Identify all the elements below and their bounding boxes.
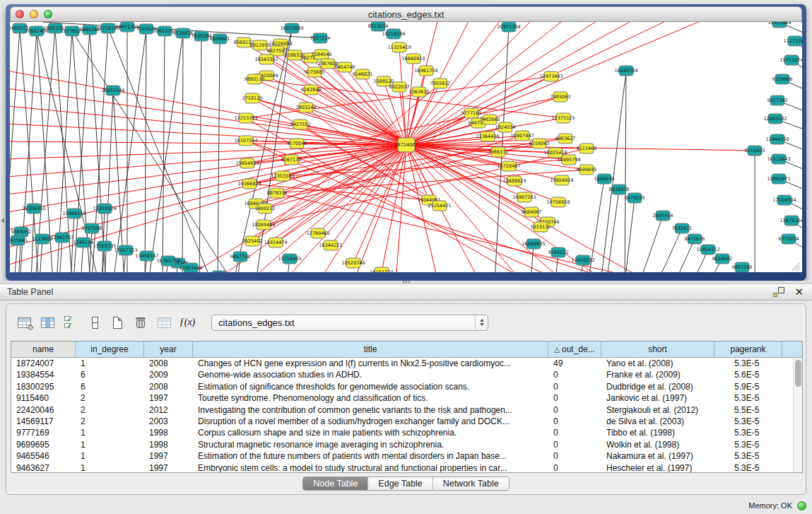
citation-edge-red[interactable] (406, 145, 565, 272)
network-node-yellow[interactable]: 21364436 (476, 132, 499, 141)
table-cell[interactable]: Tibbo et al. (1998) (601, 427, 714, 438)
network-node-teal[interactable]: 9136826 (173, 28, 194, 38)
citation-edge[interactable] (145, 29, 146, 272)
table-cell[interactable]: 19384554 (11, 369, 76, 380)
citation-edge[interactable] (218, 39, 220, 272)
network-view-window[interactable]: citations_edges.txt 24055724206914061605… (6, 4, 806, 281)
table-cell[interactable]: Embryonic stem cells: a model to study s… (193, 462, 548, 473)
close-panel-icon[interactable]: ✕ (794, 287, 804, 297)
network-node-yellow[interactable]: 16914479 (264, 238, 287, 247)
network-node-yellow[interactable]: 11325419 (387, 42, 411, 52)
function-builder-icon[interactable]: ƒ(x) (178, 313, 196, 332)
table-cell[interactable]: Hescheler et al. (1997) (601, 462, 714, 473)
table-cell[interactable]: 5.3E-5 (714, 416, 782, 427)
network-node-teal[interactable]: 15751074 (779, 55, 802, 65)
table-row[interactable]: 1938455462009Genome-wide association stu… (11, 369, 802, 380)
table-cell[interactable]: 1 (76, 462, 144, 473)
network-node-teal[interactable]: 1640934 (594, 174, 615, 184)
network-node-yellow[interactable]: 1498222 (255, 204, 276, 214)
network-node-yellow[interactable]: 8427552 (290, 119, 311, 129)
table-cell[interactable]: 5.3E-5 (714, 462, 782, 473)
network-node-yellow[interactable]: 10688629 (502, 176, 526, 186)
citation-edge[interactable] (163, 31, 165, 272)
table-cell[interactable]: 5.3E-5 (714, 392, 782, 404)
table-cell[interactable]: 0 (548, 404, 601, 416)
table-cell[interactable]: Nakamura et al. (1997) (601, 450, 714, 462)
table-cell[interactable]: 9777169 (11, 427, 76, 438)
network-node-yellow[interactable]: 9684067 (522, 207, 542, 217)
network-node-yellow[interactable]: 21254421 (428, 201, 451, 211)
network-node-yellow[interactable]: 18099489 (252, 220, 275, 230)
network-node-teal[interactable]: 9227343 (767, 95, 788, 105)
network-node-teal[interactable]: 3915941 (10, 235, 28, 245)
table-cell[interactable]: 2003 (144, 416, 193, 427)
table-row[interactable]: 2242004622012Investigating the contribut… (11, 404, 802, 416)
table-cell[interactable]: 2 (76, 416, 144, 427)
network-node-yellow[interactable]: 9777169 (461, 108, 482, 118)
network-node-yellow[interactable]: 10807447 (510, 131, 534, 141)
column-header-short[interactable]: short (601, 341, 714, 357)
network-node-yellow[interactable]: 12375125 (551, 113, 575, 123)
table-cell[interactable]: Stergiakouli et al. (2012) (601, 404, 714, 416)
citation-edge[interactable] (640, 216, 663, 272)
network-node-yellow[interactable]: 4170046 (287, 139, 307, 148)
network-node-yellow[interactable]: 9175685 (305, 67, 325, 77)
network-node-yellow[interactable]: 7986372 (488, 147, 509, 157)
column-header-out_de[interactable]: △out_de... (548, 341, 601, 357)
table-cell[interactable]: 6 (76, 381, 144, 392)
table-cell[interactable]: de Silva et al. (2003) (601, 416, 714, 427)
network-node-yellow[interactable]: 9880116 (245, 74, 265, 84)
table-row[interactable]: 1456911722003Disruption of a novel membe… (11, 416, 802, 427)
network-node-teal[interactable]: 16033809 (280, 23, 303, 33)
table-cell[interactable]: 0 (548, 439, 601, 450)
network-node-yellow[interactable]: 8878334 (267, 188, 288, 198)
table-row[interactable]: 1830029562008Estimation of significance … (11, 381, 802, 392)
select-all-rows-icon[interactable]: ✓✓ (61, 313, 80, 332)
citation-edge[interactable] (625, 198, 635, 272)
network-node-yellow[interactable]: 1615132 (531, 222, 551, 232)
citation-edge-red[interactable] (10, 106, 406, 145)
network-node-yellow[interactable]: 7955812 (430, 78, 451, 88)
table-cell[interactable]: 1 (76, 439, 144, 450)
table-cell[interactable]: Dudbridge et al. (2008) (601, 381, 714, 392)
network-canvas[interactable]: 2405572420691406160532571527602164661601… (10, 22, 802, 272)
table-cell[interactable]: 0 (548, 416, 601, 427)
network-node-yellow[interactable]: 12799465 (306, 228, 329, 238)
table-cell[interactable]: 0 (548, 369, 601, 380)
network-node-teal[interactable]: 19218596 (382, 29, 405, 39)
column-header-pagerank[interactable]: pagerank (714, 341, 782, 357)
network-node-yellow[interactable]: 18495798 (557, 155, 580, 165)
table-cell[interactable]: 9465546 (11, 450, 76, 462)
network-node-yellow[interactable]: 1362615 (409, 87, 430, 97)
network-node-teal[interactable]: 9797588 (82, 223, 102, 233)
network-node-yellow[interactable]: 16344221 (319, 240, 342, 250)
network-node-yellow[interactable]: 19654924 (550, 175, 573, 185)
new-table-icon[interactable] (108, 313, 126, 332)
network-node-teal[interactable]: 6479193 (625, 193, 645, 203)
network-node-teal[interactable]: 2935514 (653, 211, 673, 221)
table-cell[interactable]: 1998 (144, 427, 193, 438)
table-cell[interactable]: 5.3E-5 (714, 358, 782, 369)
network-node-yellow[interactable]: 9463627 (555, 134, 576, 144)
table-selector-dropdown[interactable]: citations_edges.txt (211, 315, 488, 331)
citation-edge[interactable] (199, 36, 201, 272)
citation-edge[interactable] (601, 71, 626, 272)
column-header-year[interactable]: year (144, 341, 193, 357)
table-cell[interactable]: 1 (76, 427, 144, 438)
citation-edge[interactable] (108, 28, 212, 272)
network-node-yellow[interactable]: 18907293 (512, 192, 536, 202)
tab-edge-table[interactable]: Edge Table (368, 477, 433, 490)
network-node-yellow[interactable]: 1184546 (312, 49, 332, 59)
network-node-teal[interactable]: 1145194 (73, 238, 94, 247)
table-scrollbar[interactable] (793, 358, 802, 472)
network-node-teal[interactable]: 12942757 (50, 233, 73, 243)
network-node-yellow[interactable]: 2803144 (296, 103, 317, 112)
table-cell[interactable]: 14569117 (11, 416, 76, 427)
network-node-teal[interactable]: 11175101 (783, 36, 802, 46)
network-node-teal[interactable]: 16049635 (522, 239, 545, 249)
row-height-icon[interactable] (85, 313, 103, 332)
network-node-yellow[interactable]: 19654923 (235, 158, 259, 168)
delete-table-icon[interactable] (131, 313, 150, 332)
table-cell[interactable]: 1997 (144, 462, 193, 473)
network-node-teal[interactable]: 17957223 (114, 245, 137, 255)
